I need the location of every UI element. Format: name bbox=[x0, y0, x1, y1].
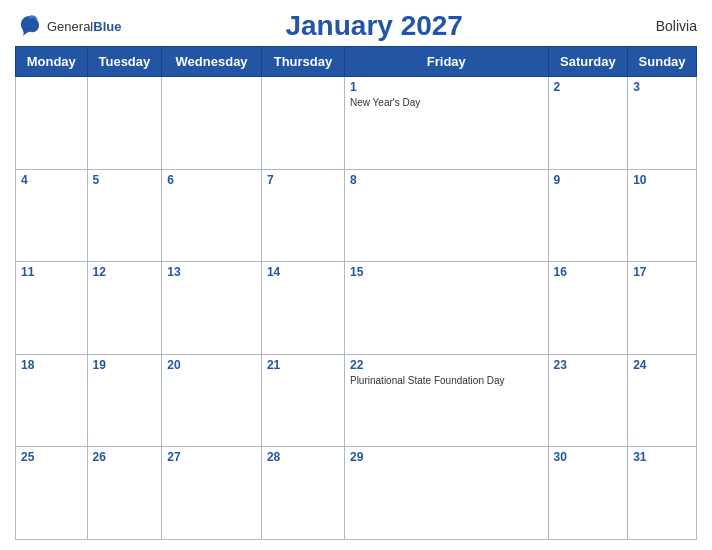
logo-icon bbox=[15, 12, 43, 40]
calendar-cell: 31 bbox=[628, 447, 697, 540]
calendar-cell: 2 bbox=[548, 77, 628, 170]
calendar-cell: 14 bbox=[261, 262, 344, 355]
calendar-cell: 27 bbox=[162, 447, 262, 540]
calendar-table: MondayTuesdayWednesdayThursdayFridaySatu… bbox=[15, 46, 697, 540]
day-number: 6 bbox=[167, 173, 256, 187]
day-number: 13 bbox=[167, 265, 256, 279]
calendar-cell: 9 bbox=[548, 169, 628, 262]
day-number: 11 bbox=[21, 265, 82, 279]
weekday-header-sunday: Sunday bbox=[628, 47, 697, 77]
calendar-cell: 30 bbox=[548, 447, 628, 540]
holiday-label: New Year's Day bbox=[350, 96, 543, 109]
day-number: 12 bbox=[93, 265, 157, 279]
day-number: 14 bbox=[267, 265, 339, 279]
day-number: 16 bbox=[554, 265, 623, 279]
calendar-cell: 24 bbox=[628, 354, 697, 447]
weekday-header-saturday: Saturday bbox=[548, 47, 628, 77]
day-number: 5 bbox=[93, 173, 157, 187]
calendar-cell bbox=[261, 77, 344, 170]
weekday-header-thursday: Thursday bbox=[261, 47, 344, 77]
calendar-cell: 26 bbox=[87, 447, 162, 540]
calendar-cell: 12 bbox=[87, 262, 162, 355]
logo-general: General bbox=[47, 19, 93, 34]
calendar-cell: 10 bbox=[628, 169, 697, 262]
calendar-cell: 15 bbox=[344, 262, 548, 355]
country-label: Bolivia bbox=[627, 18, 697, 34]
day-number: 23 bbox=[554, 358, 623, 372]
calendar-cell: 17 bbox=[628, 262, 697, 355]
calendar-week-row: 1819202122Plurinational State Foundation… bbox=[16, 354, 697, 447]
calendar-cell: 5 bbox=[87, 169, 162, 262]
calendar-cell bbox=[87, 77, 162, 170]
calendar-cell: 21 bbox=[261, 354, 344, 447]
day-number: 31 bbox=[633, 450, 691, 464]
calendar-week-row: 25262728293031 bbox=[16, 447, 697, 540]
calendar-cell: 28 bbox=[261, 447, 344, 540]
calendar-cell: 29 bbox=[344, 447, 548, 540]
day-number: 2 bbox=[554, 80, 623, 94]
calendar-cell: 23 bbox=[548, 354, 628, 447]
calendar-cell: 7 bbox=[261, 169, 344, 262]
calendar-cell: 22Plurinational State Foundation Day bbox=[344, 354, 548, 447]
day-number: 7 bbox=[267, 173, 339, 187]
weekday-header-friday: Friday bbox=[344, 47, 548, 77]
calendar-cell: 20 bbox=[162, 354, 262, 447]
weekday-header-tuesday: Tuesday bbox=[87, 47, 162, 77]
calendar-cell bbox=[162, 77, 262, 170]
calendar-cell: 8 bbox=[344, 169, 548, 262]
calendar-cell: 16 bbox=[548, 262, 628, 355]
calendar-cell: 18 bbox=[16, 354, 88, 447]
logo-blue: Blue bbox=[93, 19, 121, 34]
calendar-cell: 13 bbox=[162, 262, 262, 355]
day-number: 28 bbox=[267, 450, 339, 464]
weekday-header-row: MondayTuesdayWednesdayThursdayFridaySatu… bbox=[16, 47, 697, 77]
day-number: 10 bbox=[633, 173, 691, 187]
day-number: 18 bbox=[21, 358, 82, 372]
day-number: 4 bbox=[21, 173, 82, 187]
day-number: 19 bbox=[93, 358, 157, 372]
logo: GeneralBlue bbox=[15, 12, 121, 40]
day-number: 27 bbox=[167, 450, 256, 464]
calendar-cell: 25 bbox=[16, 447, 88, 540]
calendar-cell: 1New Year's Day bbox=[344, 77, 548, 170]
logo-text: GeneralBlue bbox=[47, 17, 121, 35]
day-number: 20 bbox=[167, 358, 256, 372]
day-number: 1 bbox=[350, 80, 543, 94]
calendar-week-row: 45678910 bbox=[16, 169, 697, 262]
calendar-week-row: 11121314151617 bbox=[16, 262, 697, 355]
day-number: 26 bbox=[93, 450, 157, 464]
calendar-cell bbox=[16, 77, 88, 170]
day-number: 29 bbox=[350, 450, 543, 464]
calendar-cell: 19 bbox=[87, 354, 162, 447]
calendar-cell: 11 bbox=[16, 262, 88, 355]
calendar-cell: 3 bbox=[628, 77, 697, 170]
day-number: 8 bbox=[350, 173, 543, 187]
day-number: 25 bbox=[21, 450, 82, 464]
calendar-title: January 2027 bbox=[121, 10, 627, 42]
weekday-header-monday: Monday bbox=[16, 47, 88, 77]
day-number: 30 bbox=[554, 450, 623, 464]
day-number: 21 bbox=[267, 358, 339, 372]
day-number: 9 bbox=[554, 173, 623, 187]
day-number: 15 bbox=[350, 265, 543, 279]
day-number: 17 bbox=[633, 265, 691, 279]
day-number: 3 bbox=[633, 80, 691, 94]
holiday-label: Plurinational State Foundation Day bbox=[350, 374, 543, 387]
weekday-header-wednesday: Wednesday bbox=[162, 47, 262, 77]
day-number: 22 bbox=[350, 358, 543, 372]
calendar-cell: 6 bbox=[162, 169, 262, 262]
calendar-week-row: 1New Year's Day23 bbox=[16, 77, 697, 170]
day-number: 24 bbox=[633, 358, 691, 372]
calendar-header: GeneralBlue January 2027 Bolivia bbox=[15, 10, 697, 42]
calendar-cell: 4 bbox=[16, 169, 88, 262]
